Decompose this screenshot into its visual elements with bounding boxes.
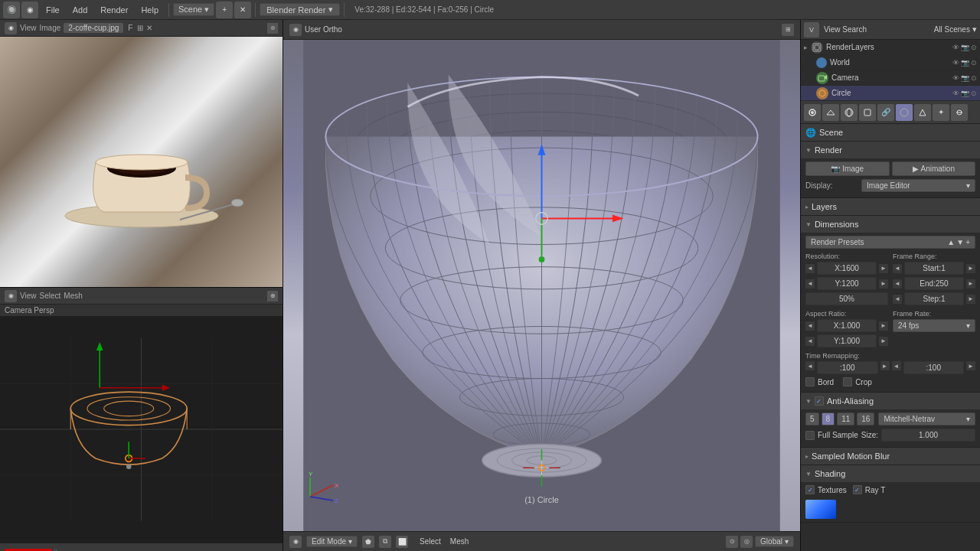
aspect-y-inc[interactable]: ► [879, 337, 888, 346]
time-old-dec[interactable]: ◄ [805, 361, 815, 370]
prop-constraint-icon[interactable]: 🔗 [877, 104, 894, 121]
frame-step-inc[interactable]: ► [966, 295, 975, 304]
res-y-dec[interactable]: ◄ [805, 279, 815, 289]
aa-num-8[interactable]: 8 [822, 412, 835, 425]
center-vp-icon[interactable]: ◉ [289, 24, 302, 36]
scene-add-icon[interactable]: + [216, 2, 233, 18]
vertex-mode-btn[interactable]: ⬟ [362, 536, 374, 548]
renderlayers-camera[interactable]: 📷 [961, 44, 969, 51]
viewport-close[interactable]: ✕ [146, 24, 152, 32]
time-old-inc[interactable]: ► [880, 361, 890, 370]
viewport-bl-select-menu[interactable]: Select [40, 292, 61, 300]
edge-mode-btn[interactable]: ⧉ [379, 536, 391, 548]
scene-icon[interactable]: ◉ [21, 2, 38, 18]
scene-del-icon[interactable]: ✕ [234, 2, 251, 18]
circle-cam[interactable]: 📷 [961, 90, 969, 97]
layers-header[interactable]: ▸ Layers [801, 198, 980, 215]
crop-checkbox[interactable] [843, 377, 852, 386]
textures-checkbox[interactable] [805, 485, 815, 494]
outliner-item-circle[interactable]: Circle 👁 📷 ⊙ [801, 86, 980, 101]
frame-start-dec[interactable]: ◄ [893, 264, 902, 273]
res-y-field[interactable]: Y: 1200 [817, 277, 877, 290]
face-mode-btn[interactable]: ⬜ [396, 536, 408, 548]
menu-file[interactable]: File [40, 4, 66, 16]
view-menu-btn[interactable]: V [804, 22, 819, 37]
render-engine-selector[interactable]: Blender Render ▾ [260, 3, 340, 16]
outliner-item-world[interactable]: World 👁 📷 ⊙ [801, 55, 980, 70]
size-field[interactable]: 1.000 [881, 429, 975, 442]
res-x-field[interactable]: X: 1600 [817, 262, 877, 275]
viewport-top-left[interactable]: ◉ View Image 2-coffe-cup.jpg F ⊞ ✕ ⊕ [0, 20, 283, 288]
all-scenes-selector[interactable]: All Scenes ▾ [934, 24, 977, 34]
frame-start-inc[interactable]: ► [966, 264, 975, 273]
aspect-y-field[interactable]: Y: 1.000 [817, 334, 877, 347]
viewport-expand[interactable]: ⊞ [137, 24, 143, 32]
shading-header[interactable]: ▼ Shading [801, 465, 980, 482]
camera-render[interactable]: ⊙ [971, 74, 977, 82]
time-new-dec[interactable]: ◄ [892, 361, 901, 370]
display-dropdown[interactable]: Image Editor ▾ [861, 179, 975, 192]
proportional-btn[interactable]: ◎ [740, 536, 753, 548]
aa-num-11[interactable]: 11 [837, 412, 854, 425]
frame-end-dec[interactable]: ◄ [893, 279, 902, 289]
prop-physics-icon[interactable] [951, 104, 968, 121]
res-x-dec[interactable]: ◄ [805, 264, 815, 273]
menu-render[interactable]: Render [94, 4, 134, 16]
prop-material-icon[interactable] [896, 104, 913, 121]
viewport-bl-corner[interactable]: ⊕ [267, 291, 278, 302]
menu-help[interactable]: Help [135, 4, 165, 16]
camera-eye[interactable]: 👁 [952, 74, 959, 82]
center-viewport[interactable]: ◉ User Ortho ⊞ [283, 20, 800, 551]
prop-render-icon[interactable] [804, 104, 821, 121]
aspect-x-dec[interactable]: ◄ [805, 321, 815, 331]
viewport-tl-icon[interactable]: ◉ [5, 22, 17, 34]
animation-render-btn[interactable]: ▶ Animation [892, 161, 976, 176]
render-presets-dropdown[interactable]: Render Presets ▲ ▼ + [805, 236, 975, 249]
global-selector[interactable]: Global ▾ [755, 536, 794, 547]
aa-enable-checkbox[interactable] [815, 396, 824, 406]
image-render-btn[interactable]: 📷 Image [805, 161, 890, 176]
prop-scene-icon[interactable] [822, 104, 839, 121]
outliner-item-renderlayers[interactable]: ▸ RenderLayers 👁 📷 ⊙ [801, 40, 980, 55]
framerate-dropdown[interactable]: 24 fps ▾ [893, 319, 975, 332]
center-expand-btn[interactable]: ⊞ [782, 24, 794, 36]
circle-eye[interactable]: 👁 [952, 90, 959, 97]
snap-btn[interactable]: ⊙ [726, 536, 738, 548]
select-menu[interactable]: Select [417, 537, 443, 546]
mesh-menu[interactable]: Mesh [448, 537, 471, 546]
res-x-inc[interactable]: ► [879, 264, 888, 273]
frame-step-field[interactable]: Step: 1 [904, 292, 964, 305]
res-y-inc[interactable]: ► [879, 279, 888, 289]
viewport-bl-view-menu[interactable]: View [20, 292, 37, 300]
prop-object-icon[interactable] [859, 104, 876, 121]
res-pct-field[interactable]: 50% [805, 292, 888, 305]
viewport-corner-btn[interactable]: ⊕ [267, 23, 278, 34]
center-bottom-icon[interactable]: ◉ [289, 536, 302, 548]
aspect-y-dec[interactable]: ◄ [805, 337, 815, 346]
circle-render[interactable]: ⊙ [971, 90, 977, 97]
viewport-bl-icon[interactable]: ◉ [5, 290, 17, 302]
bord-checkbox[interactable] [805, 377, 815, 386]
ray-t-checkbox[interactable] [853, 485, 862, 494]
aspect-x-field[interactable]: X: 1.000 [817, 319, 877, 332]
viewport-bl-mesh-menu[interactable]: Mesh [64, 292, 82, 300]
world-eye[interactable]: 👁 [952, 59, 959, 67]
presets-arrow-up[interactable]: ▲ [947, 238, 955, 246]
world-render[interactable]: ⊙ [971, 59, 977, 67]
presets-arrow-down[interactable]: ▼ [956, 238, 964, 246]
blender-icon[interactable]: 🔘 [3, 2, 20, 18]
aa-num-5[interactable]: 5 [805, 412, 819, 425]
menu-add[interactable]: Add [67, 4, 94, 16]
prop-particles-icon[interactable]: ✦ [933, 104, 949, 121]
renderlayers-render[interactable]: ⊙ [971, 44, 977, 51]
aa-header[interactable]: ▼ Anti-Aliasing [801, 393, 980, 409]
aa-num-16[interactable]: 16 [857, 412, 874, 425]
dimensions-header[interactable]: ▼ Dimensions [801, 216, 980, 233]
edit-mode-selector[interactable]: Edit Mode ▾ [306, 536, 358, 547]
viewport-bottom-left[interactable]: ◉ View Select Mesh ⊕ Camera Persp [0, 288, 283, 551]
aa-filter-dropdown[interactable]: Mitchell-Netrav ▾ [878, 412, 975, 425]
frame-step-dec[interactable]: ◄ [893, 295, 902, 304]
aspect-x-inc[interactable]: ► [879, 321, 888, 331]
viewport-tl-image-menu[interactable]: Image [40, 24, 61, 32]
prop-world-icon[interactable] [841, 104, 858, 121]
